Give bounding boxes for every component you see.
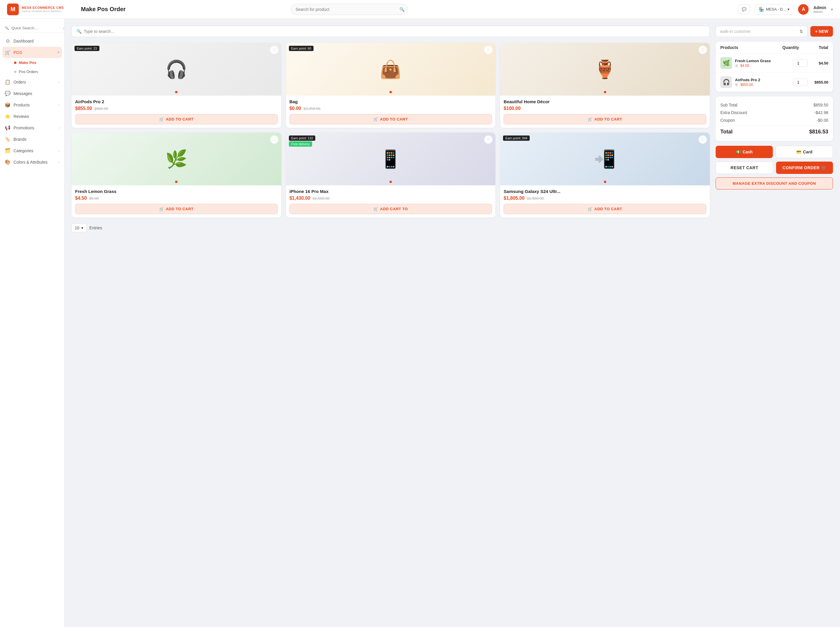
sidebar-subitem-pos-orders[interactable]: Pos Orders <box>9 67 64 76</box>
confirm-order-label: CONFIRM ORDER <box>783 165 820 170</box>
product-prices-airpods: $855.00 $900.00 <box>75 106 278 111</box>
add-to-cart-btn-iphone[interactable]: 🛒 ADD CART To <box>290 204 492 214</box>
customer-dropdown-chevron-icon: ⇅ <box>799 29 803 34</box>
new-customer-btn[interactable]: + NEW <box>810 26 833 37</box>
product-image-lemon-grass: 🌿 ♡ <box>72 132 281 185</box>
chevron-down-icon: ▾ <box>788 7 790 11</box>
wishlist-btn-iphone[interactable]: ♡ <box>484 135 492 144</box>
brands-icon: 🏷️ <box>5 136 11 142</box>
colors-attributes-chevron-icon: › <box>58 161 60 164</box>
sidebar-search-wrap: 🔍 ctrl+k <box>0 24 64 33</box>
top-search-input[interactable] <box>291 4 408 15</box>
wishlist-btn-airpods[interactable]: ♡ <box>270 46 278 54</box>
store-icon: 🏪 <box>759 7 764 12</box>
wishlist-btn-bag[interactable]: ♡ <box>484 46 492 54</box>
sidebar-messages-label: Messages <box>14 91 60 96</box>
cart-item-name-airpods: AirPods Pro 2 <box>735 78 790 82</box>
product-search-input[interactable] <box>84 29 705 34</box>
cart-item-name-lemon-grass: Fresh Lemon Grass <box>735 59 790 63</box>
add-btn-label-bag: ADD TO CART <box>380 117 408 121</box>
add-btn-label-iphone: ADD CART To <box>380 207 408 211</box>
sidebar-item-messages[interactable]: 💬 Messages <box>0 88 64 99</box>
card-label: Card <box>803 150 812 154</box>
wishlist-btn-samsung[interactable]: ♡ <box>699 135 707 144</box>
card-payment-btn[interactable]: 💳 Card <box>776 146 833 158</box>
coupon-row: Coupon -$0.00 <box>720 117 828 124</box>
extra-discount-value: -$42.98 <box>815 110 828 115</box>
cart-icon-home-decor: 🛒 <box>588 117 593 121</box>
cart-qty-input-lemon-grass[interactable] <box>793 60 808 67</box>
sidebar-item-promotions[interactable]: 📢 Promotions › <box>0 122 64 134</box>
entries-value: 10 <box>75 225 79 230</box>
product-image-iphone: 📱 Earn point: 132 Free delivery ♡ <box>286 132 496 185</box>
extra-discount-label: Extra Discount <box>720 110 747 115</box>
cart-item-details-lemon-grass: Fresh Lemon Grass 🗑 $4.50 <box>735 59 790 68</box>
entries-chevron-icon: ▾ <box>81 225 83 230</box>
sidebar-search-input[interactable] <box>11 26 61 30</box>
discount-btn-label: MANAGE EXTRA DISCOUNT AND COUPON <box>733 181 816 186</box>
wishlist-btn-lemon-grass[interactable]: ♡ <box>270 135 278 144</box>
sidebar-item-pos[interactable]: 🛒 POS ▾ <box>2 47 62 58</box>
sidebar-item-orders[interactable]: 📋 Orders › <box>0 76 64 88</box>
price-original-samsung: $1,900.00 <box>527 196 544 201</box>
sidebar-brands-label: Brands <box>14 137 60 142</box>
grand-total-label: Total <box>720 129 733 135</box>
sidebar-promotions-label: Promotions <box>14 126 55 130</box>
admin-info: Admin Admin <box>813 5 826 14</box>
sidebar-item-reviews[interactable]: ⭐ Reviews <box>0 110 64 122</box>
lemon-grass-emoji: 🌿 <box>165 149 188 170</box>
customer-dropdown[interactable]: walk-in customer ⇅ <box>715 26 807 37</box>
card-icon: 💳 <box>796 150 801 154</box>
manage-discount-btn[interactable]: MANAGE EXTRA DISCOUNT AND COUPON <box>715 177 833 189</box>
cart-delete-airpods[interactable]: 🗑 <box>735 83 739 87</box>
store-selector-btn[interactable]: 🏪 MESA - D... ▾ <box>755 4 794 15</box>
add-to-cart-btn-samsung[interactable]: 🛒 ADD To CART <box>504 204 706 214</box>
sidebar-item-products[interactable]: 📦 Products › <box>0 99 64 110</box>
cart-item-total-airpods: $855.00 <box>811 80 828 85</box>
product-name-bag: Bag <box>290 99 492 104</box>
dot-indicator-samsung <box>604 181 606 183</box>
product-prices-iphone: $1,430.00 $1,500.00 <box>290 195 492 201</box>
add-to-cart-btn-bag[interactable]: 🛒 ADD TO CART <box>290 114 492 124</box>
product-name-home-decor: Beautiful Home Décor <box>504 99 706 104</box>
dot-indicator-bag <box>389 91 392 93</box>
sidebar-pos-label: POS <box>14 50 55 55</box>
sidebar-item-categories[interactable]: 🗂️ Categories › <box>0 145 64 156</box>
subtotal-row: Sub Total $859.50 <box>720 101 828 109</box>
sidebar-item-dashboard[interactable]: ⊙ Dashboard <box>0 35 64 47</box>
price-current-bag: $0.00 <box>290 106 301 111</box>
make-pos-dot <box>14 61 16 64</box>
nav-actions: 💬 🏪 MESA - D... ▾ A Admin Admin ▾ <box>738 4 833 15</box>
confirm-order-btn[interactable]: CONFIRM ORDER 🛒 <box>776 162 833 174</box>
admin-name: Admin <box>813 5 826 10</box>
price-original-iphone: $1,500.00 <box>313 196 330 201</box>
cart-item-price-wrap-airpods: 🗑 $855.00 <box>735 83 790 87</box>
messages-icon-btn[interactable]: 💬 <box>738 5 750 14</box>
wishlist-btn-home-decor[interactable]: ♡ <box>699 46 707 54</box>
product-info-airpods: AirPods Pro 2 $855.00 $900.00 🛒 ADD TO C… <box>72 96 281 128</box>
product-image-samsung: 📲 Earn point: 344 ♡ <box>500 132 710 185</box>
cart-delete-lemon-grass[interactable]: 🗑 <box>735 64 739 68</box>
cart-qty-input-airpods[interactable] <box>793 79 808 86</box>
reset-cart-btn[interactable]: RESET CART <box>715 162 773 174</box>
add-to-cart-btn-airpods[interactable]: 🛒 ADD TO CART <box>75 114 278 124</box>
cash-icon: 💵 <box>736 150 741 154</box>
categories-icon: 🗂️ <box>5 148 11 153</box>
earn-badge-bag: Earn point: 60 <box>289 46 314 51</box>
free-delivery-badge-iphone: Free delivery <box>289 141 312 147</box>
bag-emoji: 👜 <box>380 59 402 80</box>
price-current-airpods: $855.00 <box>75 106 92 111</box>
sidebar-item-brands[interactable]: 🏷️ Brands <box>0 134 64 145</box>
sidebar-subitem-make-pos[interactable]: Make Pos <box>9 58 64 67</box>
sidebar-item-colors-attributes[interactable]: 🎨 Colors & Attributes › <box>0 156 64 168</box>
admin-chevron-icon[interactable]: ▾ <box>831 7 833 12</box>
add-to-cart-btn-home-decor[interactable]: 🛒 ADD TO CART <box>504 114 706 124</box>
pos-orders-label: Pos Orders <box>19 69 38 74</box>
entries-select[interactable]: 10 ▾ <box>72 224 87 232</box>
pos-orders-dot <box>14 71 16 73</box>
earn-label-iphone: Earn point: 132 <box>291 136 313 140</box>
cash-payment-btn[interactable]: 💵 Cash <box>715 146 773 158</box>
add-to-cart-btn-lemon-grass[interactable]: 🛒 ADD TO CART <box>75 204 278 214</box>
messages-icon: 💬 <box>5 91 11 96</box>
dot-indicator-iphone <box>389 181 392 183</box>
